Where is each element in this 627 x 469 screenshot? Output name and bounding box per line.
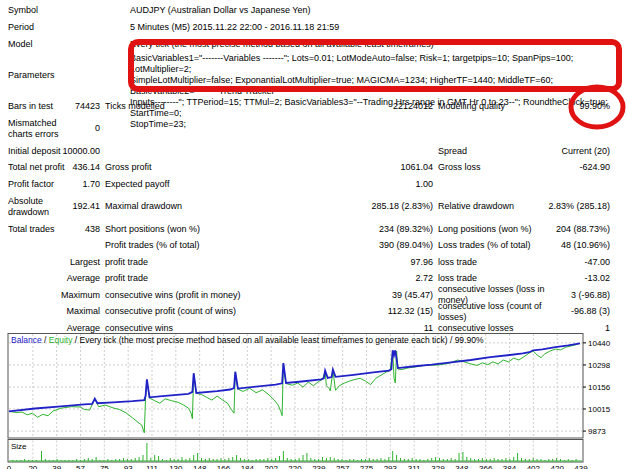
symbol-row: Symbol AUDJPY (Australian Dollar vs Japa… [0, 5, 627, 16]
size-bar [213, 459, 214, 461]
size-bar [334, 458, 335, 461]
model-row: Model Every tick (the most precise metho… [0, 39, 627, 50]
size-bar [505, 458, 506, 461]
balance-chart: Balance / Equity / Every tick (the most … [0, 333, 627, 469]
stats-row: Absolute drawdown192.41Maximal drawdown2… [0, 193, 612, 222]
stat-label: Gross loss [438, 162, 481, 173]
parameters-label: Parameters [0, 53, 130, 97]
stat-label: Short positions (won %) [105, 224, 200, 235]
stat-label: Relative drawdown [438, 201, 514, 212]
size-bar [170, 458, 171, 461]
size-bar [306, 453, 307, 461]
stat-value: 10000.00 [62, 146, 100, 157]
size-bar [353, 459, 354, 461]
period-value: 5 Minutes (M5) 2015.11.22 22:00 - 2016.1… [130, 22, 627, 33]
size-bar [291, 459, 292, 461]
stats-row: Largestprofit trade97.96loss trade-47.00 [0, 254, 612, 271]
size-bar [193, 455, 194, 461]
y-axis-label: 10156 [588, 383, 611, 392]
stats-cell [100, 143, 433, 160]
size-bar [107, 459, 108, 461]
size-bar [342, 459, 343, 461]
size-bar [439, 458, 440, 461]
stats-cell: Average [0, 271, 100, 288]
size-bar [45, 459, 46, 461]
stats-cell: SpreadCurrent (20) [433, 143, 610, 160]
stat-value: 204 (88.73%) [556, 224, 610, 235]
y-axis-label: 9873 [588, 427, 606, 436]
size-bar [345, 460, 346, 461]
stats-cell: loss trade-47.00 [433, 254, 610, 271]
x-axis-label: 220 [288, 464, 302, 469]
stats-cell: Largest [0, 254, 100, 271]
stats-cell: consecutive wins (profit in money)39 (45… [100, 287, 433, 304]
x-axis-label: 57 [76, 464, 85, 469]
size-bar [283, 451, 284, 461]
stat-label: loss trade [438, 257, 477, 268]
x-axis-label: 384 [503, 464, 517, 469]
size-bar [166, 460, 167, 461]
strategy-tester-report: Symbol AUDJPY (Australian Dollar vs Japa… [0, 0, 627, 469]
size-bar [279, 456, 280, 461]
size-bar [61, 460, 62, 461]
stat-value: -13.02 [584, 273, 610, 284]
size-bar [377, 459, 378, 461]
stats-cell [433, 176, 610, 193]
stat-label: Total net profit [8, 162, 65, 173]
period-row: Period 5 Minutes (M5) 2015.11.22 22:00 -… [0, 22, 627, 33]
size-bar [466, 457, 467, 461]
y-axis-label: 10015 [588, 405, 611, 414]
y-axis-label: 10440 [588, 339, 611, 348]
size-bar [209, 458, 210, 461]
size-bar [72, 460, 73, 461]
size-bar [244, 459, 245, 461]
size-bar [552, 459, 553, 461]
size-bar [103, 460, 104, 461]
size-bar [146, 443, 147, 461]
size-bar [16, 460, 17, 461]
stat-value: Current (20) [561, 146, 610, 157]
size-bar [88, 458, 89, 461]
size-bar [92, 459, 93, 461]
stats-cell: Ticks modelled22124012 [100, 98, 433, 115]
x-axis-label: 0 [7, 464, 12, 469]
size-bar [158, 456, 159, 461]
size-bar [49, 460, 50, 461]
stats-cell: Total net profit436.14 [0, 160, 100, 177]
size-bar [494, 458, 495, 461]
stats-cell: Gross profit1061.04 [100, 160, 433, 177]
chart-legend: Balance / Equity / Every tick (the most … [11, 335, 483, 345]
size-bar [185, 459, 186, 461]
stat-label: profit trade [105, 273, 148, 284]
stats-cell: Bars in test74423 [0, 98, 100, 115]
size-bar [53, 460, 54, 461]
stat-label: profit trade [105, 257, 148, 268]
x-axis-label: 20 [28, 464, 37, 469]
stat-label: Absolute drawdown [8, 196, 72, 218]
size-bar [326, 458, 327, 461]
size-bar [182, 457, 183, 461]
size-bar [310, 458, 311, 461]
size-bar [314, 459, 315, 461]
size-bar [80, 460, 81, 461]
stats-row: Total trades438Short positions (won %)23… [0, 221, 612, 238]
size-bar [462, 452, 463, 461]
size-bar [388, 457, 389, 461]
stat-label: Ticks modelled [105, 101, 165, 112]
x-axis-label: 348 [455, 464, 469, 469]
stat-value: 2.72 [415, 273, 433, 284]
size-bar [263, 459, 264, 461]
stats-table: Bars in test74423Ticks modelled22124012M… [0, 98, 612, 337]
stat-label: loss trade [438, 273, 477, 284]
stat-value: 48 (10.96%) [561, 240, 610, 251]
size-bar [357, 460, 358, 461]
x-axis-label: 39 [52, 464, 61, 469]
stat-value: 436.14 [72, 162, 100, 173]
size-bar [369, 458, 370, 461]
x-axis-label: 111 [146, 464, 159, 469]
size-bar [189, 458, 190, 461]
size-bar [228, 458, 229, 461]
size-bar [287, 458, 288, 461]
stat-value: -96.88 (3) [571, 306, 610, 317]
size-bar [197, 453, 198, 461]
